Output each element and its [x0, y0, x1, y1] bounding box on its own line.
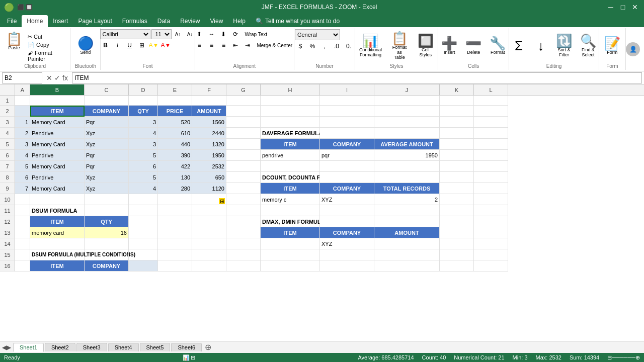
tab-search[interactable]: 🔍 Tell me what you want to do — [251, 15, 345, 27]
underline-button[interactable]: U — [124, 40, 135, 50]
cell-J8[interactable] — [374, 172, 440, 183]
copy-button[interactable]: 📄 Copy — [26, 41, 67, 49]
cell-C16-company[interactable]: COMPANY — [85, 260, 129, 272]
sheet-tab-3[interactable]: Sheet3 — [76, 343, 107, 351]
cell-I7[interactable] — [320, 161, 374, 172]
cell-D15[interactable] — [129, 249, 158, 260]
cell-J15[interactable] — [374, 249, 440, 260]
cell-F12[interactable] — [192, 216, 226, 227]
cell-K12[interactable] — [440, 216, 474, 227]
sheet-tab-5[interactable]: Sheet5 — [140, 343, 171, 351]
cell-E9[interactable]: 280 — [158, 183, 192, 194]
cell-H12-dmax-title[interactable]: DMAX, DMIN FORMULA — [261, 216, 320, 227]
cell-D1[interactable] — [129, 96, 158, 106]
cell-K11[interactable] — [440, 205, 474, 216]
sum-button[interactable]: Σ — [509, 38, 529, 53]
cell-L15[interactable] — [474, 249, 508, 260]
cell-J16[interactable] — [374, 260, 440, 272]
cell-K9[interactable] — [440, 183, 474, 194]
cell-E4[interactable]: 610 — [158, 128, 192, 139]
cell-A15[interactable] — [15, 249, 30, 260]
cell-F7[interactable]: 2532 — [192, 161, 226, 172]
tab-help[interactable]: Help — [228, 15, 251, 27]
cell-G4[interactable] — [226, 128, 261, 139]
cell-K1[interactable] — [440, 96, 474, 106]
cell-H11[interactable] — [261, 205, 320, 216]
cell-K15[interactable] — [440, 249, 474, 260]
formula-input[interactable] — [72, 72, 642, 83]
cell-A13[interactable] — [15, 227, 30, 238]
cell-B8[interactable]: Pendrive — [30, 172, 85, 183]
cell-H3[interactable] — [261, 117, 320, 128]
delete-button[interactable]: ➖ Delete — [462, 36, 485, 56]
cell-I8[interactable] — [320, 172, 374, 183]
cell-H15[interactable] — [261, 249, 320, 260]
cell-F5[interactable]: 1320 — [192, 139, 226, 150]
cell-F15[interactable] — [192, 249, 226, 260]
cell-C12-qty[interactable]: QTY — [85, 216, 129, 227]
cell-G6[interactable] — [226, 150, 261, 161]
cell-A7[interactable]: 5 — [15, 161, 30, 172]
user-account[interactable]: 👤 — [626, 42, 640, 56]
cell-E10[interactable] — [158, 194, 192, 205]
cell-E11[interactable] — [158, 205, 192, 216]
cell-G16[interactable] — [226, 260, 261, 272]
font-size-select[interactable]: 11 — [151, 29, 172, 39]
cell-H10-memory[interactable]: memory c — [261, 194, 320, 205]
cell-L16[interactable] — [474, 260, 508, 272]
cell-B1[interactable] — [30, 96, 85, 106]
cell-E1[interactable] — [158, 96, 192, 106]
cell-I4[interactable] — [320, 128, 374, 139]
italic-button[interactable]: I — [112, 40, 123, 50]
cell-K13[interactable] — [440, 227, 474, 238]
cell-E13[interactable] — [158, 227, 192, 238]
add-sheet-button[interactable]: ⊕ — [203, 342, 213, 352]
sort-filter-button[interactable]: 🔃 Sort &Filter — [553, 33, 575, 58]
cell-E3[interactable]: 520 — [158, 117, 192, 128]
cell-K6[interactable] — [440, 150, 474, 161]
cell-D6[interactable]: 5 — [129, 150, 158, 161]
insert-button[interactable]: ➕ Insert — [438, 36, 460, 56]
align-left-button[interactable]: ≡ — [194, 40, 205, 50]
merge-center-button[interactable]: Merge & Center — [254, 40, 295, 50]
cell-E7[interactable]: 422 — [158, 161, 192, 172]
cell-A14[interactable] — [15, 238, 30, 249]
cell-G1[interactable] — [226, 96, 261, 106]
cell-F1[interactable] — [192, 96, 226, 106]
cell-L10[interactable] — [474, 194, 508, 205]
cell-G10[interactable] — [226, 194, 261, 205]
tab-formulas[interactable]: Formulas — [117, 15, 152, 27]
paste-button[interactable]: 📋 Paste — [3, 31, 25, 51]
fill-button[interactable]: ↓ — [531, 38, 551, 53]
cell-I12[interactable] — [320, 216, 374, 227]
cell-G13[interactable] — [226, 227, 261, 238]
cell-I2[interactable] — [320, 106, 374, 117]
cell-C15[interactable] — [85, 249, 129, 260]
cell-H14[interactable] — [261, 238, 320, 249]
format-painter-button[interactable]: 🖌 Format Painter — [26, 49, 67, 62]
tab-review[interactable]: Review — [175, 15, 205, 27]
cell-D16[interactable] — [129, 260, 158, 272]
cell-C14[interactable] — [85, 238, 129, 249]
cell-J3[interactable] — [374, 117, 440, 128]
wrap-text-button[interactable]: Wrap Text — [242, 29, 270, 39]
cell-C3[interactable]: Pqr — [85, 117, 129, 128]
cell-styles-button[interactable]: 🔲 CellStyles — [415, 33, 436, 58]
text-orientation-button[interactable]: ⟳ — [230, 29, 241, 39]
cell-L12[interactable] — [474, 216, 508, 227]
cell-L13[interactable] — [474, 227, 508, 238]
cell-G9[interactable] — [226, 183, 261, 194]
col-header-K[interactable]: K — [440, 84, 474, 95]
form-ribbon-button[interactable]: 📝 Form — [601, 36, 623, 56]
cell-J9-dcount-total[interactable]: TOTAL RECORDS — [374, 183, 440, 194]
cell-B14[interactable] — [30, 238, 85, 249]
cell-E8[interactable]: 130 — [158, 172, 192, 183]
cell-B9[interactable]: Memory Card — [30, 183, 85, 194]
tab-insert[interactable]: Insert — [48, 15, 73, 27]
sheet-tab-2[interactable]: Sheet2 — [45, 343, 75, 351]
fill-color-button[interactable]: A▼ — [148, 40, 159, 50]
cell-K2[interactable] — [440, 106, 474, 117]
sheet-tab-4[interactable]: Sheet4 — [108, 343, 139, 351]
cell-H4[interactable]: DAVERAGE FORMULA (MULTIPLE CONDITIONS) — [261, 128, 320, 139]
cell-L6[interactable] — [474, 150, 508, 161]
